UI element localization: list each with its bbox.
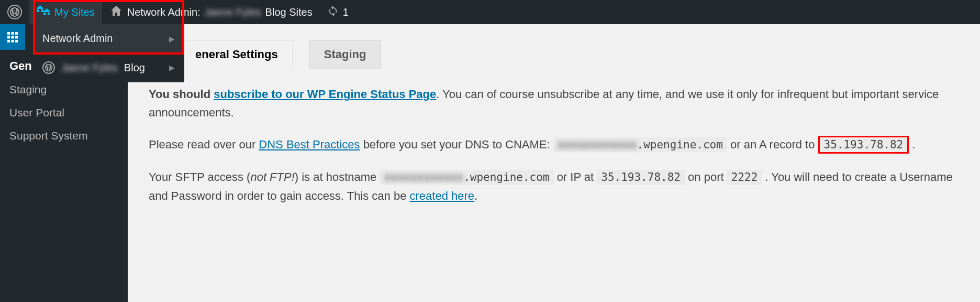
tabs-nav: eneral Settings Staging xyxy=(180,40,959,69)
sftp-ip: 35.193.78.82 xyxy=(597,170,685,185)
paragraph-status-page: You should subscribe to our WP Engine St… xyxy=(149,85,959,122)
my-sites-menu[interactable]: My Sites xyxy=(29,0,102,24)
svg-rect-11 xyxy=(12,40,14,42)
svg-rect-8 xyxy=(12,36,14,38)
svg-rect-5 xyxy=(12,32,14,35)
svg-rect-3 xyxy=(48,13,50,15)
refresh-count: 1 xyxy=(343,6,349,18)
link-created-here[interactable]: created here xyxy=(410,189,475,202)
blurred-name: Jaene Fyles xyxy=(205,6,261,18)
network-admin-site[interactable]: Network Admin: Jaene Fyles Blog Sites xyxy=(102,0,320,24)
svg-rect-0 xyxy=(37,9,39,12)
svg-rect-2 xyxy=(43,13,46,15)
admin-bar: My Sites Network Admin: Jaene Fyles Blog… xyxy=(0,0,980,24)
blurred-hostname: xxxxxxxxxxxx xyxy=(558,136,637,154)
svg-rect-12 xyxy=(15,40,18,42)
link-dns-best-practices[interactable]: DNS Best Practices xyxy=(259,138,360,151)
home-icon xyxy=(109,5,123,20)
blog-sites-label: Blog Sites xyxy=(265,6,313,18)
my-sites-dropdown: Network Admin ▶ Jaene Fyles Blog ▶ xyxy=(33,24,184,82)
dropdown-network-admin[interactable]: Network Admin ▶ xyxy=(33,24,184,53)
wpengine-menu-icon[interactable] xyxy=(0,24,25,50)
svg-rect-10 xyxy=(7,40,10,42)
link-status-page[interactable]: subscribe to our WP Engine Status Page xyxy=(214,88,436,101)
blurred-blog-name: Jaene Fyles xyxy=(61,62,118,74)
chevron-right-icon: ▶ xyxy=(169,35,175,43)
multisite-icon xyxy=(37,5,50,19)
svg-rect-6 xyxy=(15,32,18,35)
dropdown-blog-item[interactable]: Jaene Fyles Blog ▶ xyxy=(33,53,184,82)
svg-rect-4 xyxy=(7,32,10,35)
wordpress-logo-icon xyxy=(7,5,22,19)
sftp-port: 2222 xyxy=(727,170,762,185)
blurred-hostname: xxxxxxxxxxxx xyxy=(384,169,463,187)
paragraph-sftp: Your SFTP access (not FTP!) is at hostna… xyxy=(149,168,959,205)
sidebar-item-support-system[interactable]: Support System xyxy=(0,124,128,147)
refresh-icon xyxy=(327,5,339,19)
network-admin-label: Network Admin: xyxy=(127,6,201,18)
refresh-button[interactable]: 1 xyxy=(320,0,356,24)
network-admin-text: Network Admin xyxy=(42,33,113,45)
wp-logo-button[interactable] xyxy=(0,0,29,24)
svg-rect-9 xyxy=(15,36,18,38)
tab-staging[interactable]: Staging xyxy=(309,40,382,69)
sidebar-item-user-portal[interactable]: User Portal xyxy=(0,101,128,124)
ip-address-highlighted: 35.193.78.82 xyxy=(818,136,909,154)
svg-rect-7 xyxy=(7,36,10,38)
main-content: eneral Settings Staging You should subsc… xyxy=(128,24,980,234)
wordpress-logo-icon xyxy=(42,61,55,74)
content-body: You should subscribe to our WP Engine St… xyxy=(149,85,959,205)
svg-rect-1 xyxy=(41,9,43,12)
my-sites-label: My Sites xyxy=(54,6,95,18)
blog-suffix: Blog xyxy=(124,62,145,74)
paragraph-dns: Please read over our DNS Best Practices … xyxy=(149,135,959,154)
tab-general-settings[interactable]: eneral Settings xyxy=(180,40,293,69)
chevron-right-icon: ▶ xyxy=(169,63,175,72)
